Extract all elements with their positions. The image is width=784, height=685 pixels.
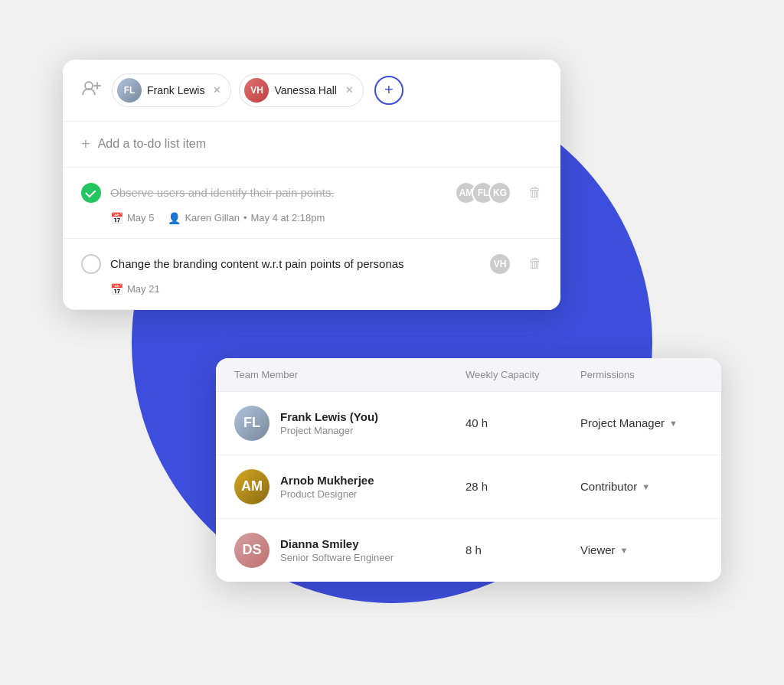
permission-label-arnob: Contributor xyxy=(580,480,637,493)
assignee-avatar-1c: KG xyxy=(488,181,511,204)
capacity-arnob: 28 h xyxy=(466,480,580,493)
todo-assignees-2: VH xyxy=(488,253,511,276)
remove-frank-button[interactable]: ✕ xyxy=(213,84,221,96)
ui-container: FL Frank Lewis ✕ VH Vanessa Hall ✕ + + A… xyxy=(63,37,721,649)
capacity-dianna: 8 h xyxy=(466,543,580,556)
member-name-dianna: Dianna Smiley xyxy=(280,537,394,550)
todo-text-2: Change the branding content w.r.t pain p… xyxy=(110,257,479,270)
dropdown-arrow-arnob: ▼ xyxy=(642,482,650,491)
team-row-dianna: DS Dianna Smiley Senior Software Enginee… xyxy=(216,519,721,582)
team-card: Team Member Weekly Capacity Permissions … xyxy=(216,358,721,582)
todo-meta-1: 📅 May 5 👤 Karen Gillan • May 4 at 2:18pm xyxy=(110,212,542,224)
avatar-arnob-team: AM xyxy=(234,469,270,504)
add-todo-icon: + xyxy=(81,135,90,153)
calendar-icon-2: 📅 xyxy=(110,283,123,295)
col-capacity: Weekly Capacity xyxy=(466,369,580,380)
member-role-frank: Project Manager xyxy=(280,425,378,436)
dropdown-arrow-frank: ▼ xyxy=(669,419,678,428)
todo-updated-at-1: May 4 at 2:18pm xyxy=(251,212,325,223)
todo-date-1: May 5 xyxy=(127,212,154,223)
checkbox-done-1[interactable] xyxy=(81,183,101,203)
permission-label-frank: Project Manager xyxy=(580,416,665,429)
team-row-frank: FL Frank Lewis (You) Project Manager 40 … xyxy=(216,392,721,455)
dropdown-arrow-dianna: ▼ xyxy=(620,546,629,555)
todo-card: FL Frank Lewis ✕ VH Vanessa Hall ✕ + + A… xyxy=(63,60,560,310)
member-name-frank: Frank Lewis (You) xyxy=(280,410,378,423)
add-todo-row[interactable]: + Add a to-do list item xyxy=(63,122,560,168)
todo-text-1: Observe users and identify their pain po… xyxy=(110,186,446,199)
todo-meta-2: 📅 May 21 xyxy=(110,283,542,295)
todo-item-2: Change the branding content w.r.t pain p… xyxy=(63,239,560,310)
team-table-header: Team Member Weekly Capacity Permissions xyxy=(216,358,721,392)
permission-dropdown-arnob[interactable]: Contributor ▼ xyxy=(580,480,703,493)
checkbox-empty-2[interactable] xyxy=(81,254,101,274)
member-role-arnob: Product Designer xyxy=(280,488,374,500)
col-member: Team Member xyxy=(234,369,466,380)
delete-item-2-button[interactable]: 🗑 xyxy=(528,256,542,272)
permission-label-dianna: Viewer xyxy=(580,543,616,556)
add-icon: + xyxy=(384,81,394,99)
user-tag-frank-label: Frank Lewis xyxy=(147,84,204,96)
avatar-vanessa: VH xyxy=(244,78,269,103)
todo-dot-1: • xyxy=(243,212,247,223)
user-tag-frank[interactable]: FL Frank Lewis ✕ xyxy=(112,73,231,107)
avatar-frank: FL xyxy=(117,78,142,103)
permission-dropdown-frank[interactable]: Project Manager ▼ xyxy=(580,416,703,429)
user-tag-vanessa-label: Vanessa Hall xyxy=(274,84,336,96)
todo-assignees-1: AM FL KG xyxy=(455,181,511,204)
add-todo-label: Add a to-do list item xyxy=(98,137,206,151)
todo-card-header: FL Frank Lewis ✕ VH Vanessa Hall ✕ + xyxy=(63,60,560,122)
todo-date-2: May 21 xyxy=(127,283,160,295)
col-permissions: Permissions xyxy=(580,369,703,380)
calendar-icon-1: 📅 xyxy=(110,212,123,224)
add-member-button[interactable]: + xyxy=(374,76,403,105)
team-row-arnob: AM Arnob Mukherjee Product Designer 28 h… xyxy=(216,455,721,519)
todo-updated-by-1: Karen Gillan xyxy=(185,212,240,223)
avatar-dianna-team: DS xyxy=(234,533,270,568)
capacity-frank: 40 h xyxy=(466,416,580,429)
todo-item-1: Observe users and identify their pain po… xyxy=(63,168,560,239)
person-icon-1: 👤 xyxy=(168,212,181,224)
member-role-dianna: Senior Software Engineer xyxy=(280,552,394,563)
member-name-arnob: Arnob Mukherjee xyxy=(280,474,374,487)
remove-vanessa-button[interactable]: ✕ xyxy=(345,84,354,96)
add-user-icon xyxy=(81,80,101,100)
assignee-avatar-2a: VH xyxy=(488,253,511,276)
avatar-frank-team: FL xyxy=(234,406,270,441)
user-tag-vanessa[interactable]: VH Vanessa Hall ✕ xyxy=(239,73,363,107)
permission-dropdown-dianna[interactable]: Viewer ▼ xyxy=(580,543,703,556)
delete-item-1-button[interactable]: 🗑 xyxy=(528,184,542,201)
